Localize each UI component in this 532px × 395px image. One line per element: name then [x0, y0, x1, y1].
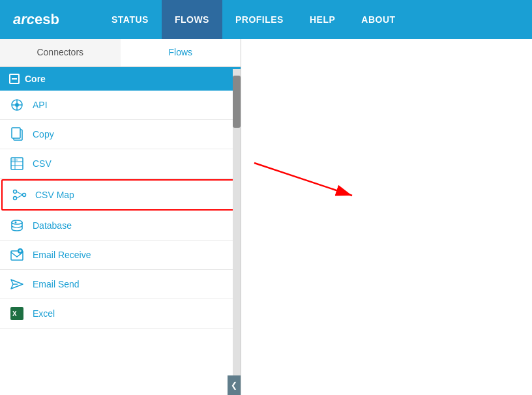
collapse-button[interactable]: ❮	[228, 375, 241, 395]
svg-point-18	[12, 220, 22, 224]
svg-point-1	[15, 103, 19, 107]
copy-label: Copy	[33, 129, 54, 139]
svg-line-29	[254, 163, 352, 196]
excel-label: Excel	[33, 308, 55, 319]
logo: arcesb	[13, 11, 59, 28]
nav-status[interactable]: STATUS	[98, 0, 162, 39]
email-receive-icon	[9, 247, 25, 263]
menu-item-copy[interactable]: Copy	[0, 120, 241, 149]
svg-line-17	[17, 195, 23, 198]
nav: STATUS FLOWS PROFILES HELP ABOUT	[98, 0, 409, 39]
nav-about[interactable]: ABOUT	[348, 0, 408, 39]
svg-point-14	[14, 197, 17, 200]
nav-profiles[interactable]: PROFILES	[222, 0, 297, 39]
menu-item-database[interactable]: Database	[0, 211, 241, 241]
category-core[interactable]: Core	[0, 67, 241, 91]
email-send-icon	[9, 276, 25, 292]
tab-flows[interactable]: Flows	[121, 39, 241, 66]
svg-rect-7	[12, 128, 20, 138]
tabs: Connectors Flows	[0, 39, 241, 67]
copy-icon	[9, 126, 25, 142]
nav-flows[interactable]: FLOWS	[162, 0, 222, 39]
main-content	[241, 39, 532, 395]
sidebar: Connectors Flows Core	[0, 39, 241, 395]
csv-label: CSV	[33, 158, 52, 169]
menu-items: API Copy	[0, 91, 241, 395]
svg-point-15	[23, 194, 26, 197]
svg-text:.CSV: .CSV	[12, 158, 18, 162]
svg-text:X: X	[12, 310, 17, 317]
category-label: Core	[25, 74, 46, 84]
menu-item-api[interactable]: API	[0, 91, 241, 120]
tab-connectors[interactable]: Connectors	[0, 39, 121, 66]
menu-item-excel[interactable]: X Excel	[0, 299, 241, 329]
scrollbar-track[interactable]	[233, 69, 241, 395]
menu-item-email-receive[interactable]: Email Receive	[0, 241, 241, 270]
csv-icon: .CSV	[9, 156, 25, 171]
excel-icon: X	[9, 306, 25, 321]
header: arcesb STATUS FLOWS PROFILES HELP ABOUT	[0, 0, 532, 39]
email-receive-label: Email Receive	[33, 250, 91, 260]
email-send-label: Email Send	[33, 279, 80, 289]
collapse-icon	[9, 74, 20, 84]
svg-point-19	[15, 222, 17, 224]
content-area: Connectors Flows Core	[0, 39, 532, 395]
database-icon	[9, 218, 25, 233]
svg-point-13	[14, 190, 17, 194]
csvmap-label: CSV Map	[35, 190, 74, 200]
menu-item-csvmap[interactable]: CSV Map	[1, 179, 239, 211]
scrollbar-thumb[interactable]	[233, 76, 241, 128]
menu-item-csv[interactable]: .CSV CSV	[0, 149, 241, 179]
api-icon	[9, 97, 25, 113]
database-label: Database	[33, 220, 72, 231]
nav-help[interactable]: HELP	[297, 0, 348, 39]
svg-line-16	[17, 192, 23, 195]
csvmap-icon	[12, 187, 27, 203]
api-label: API	[33, 100, 48, 110]
menu-item-email-send[interactable]: Email Send	[0, 270, 241, 299]
